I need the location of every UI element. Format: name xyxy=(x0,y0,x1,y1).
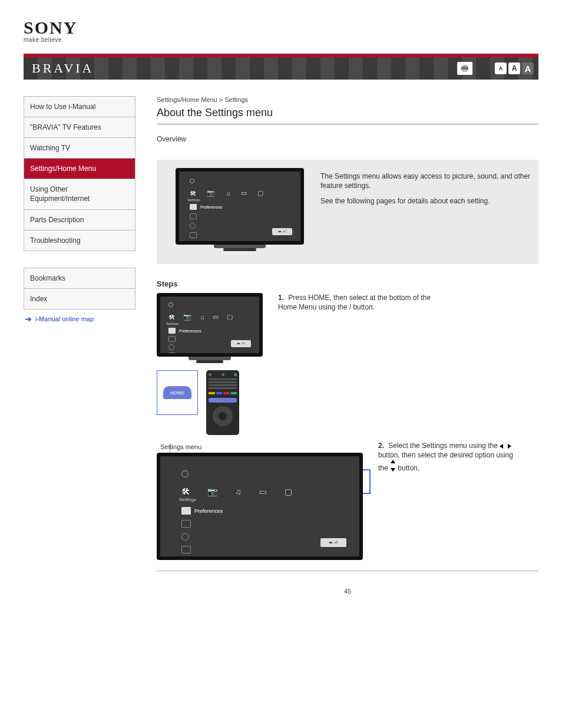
step-1-text: Press HOME, then select at the bottom of… xyxy=(278,294,431,311)
bottom-divider xyxy=(157,571,538,571)
sidebar-nav-secondary: Bookmarks Index xyxy=(24,268,135,309)
sidebar-item-index[interactable]: Index xyxy=(24,289,135,309)
home-button-icon: HOME xyxy=(163,386,191,399)
svg-marker-3 xyxy=(500,444,503,449)
overview-paragraph-2: See the following pages for details abou… xyxy=(320,196,533,206)
svg-marker-4 xyxy=(508,444,511,449)
step-2-text-a: Select the Settings menu using the xyxy=(388,442,500,450)
svg-marker-6 xyxy=(391,468,395,472)
clock-icon xyxy=(190,179,194,183)
arrow-right-icon: ➔ xyxy=(25,314,32,324)
svg-rect-1 xyxy=(462,65,467,67)
sidebar-item-watching-tv[interactable]: Watching TV xyxy=(24,138,135,159)
sidebar-item-bookmarks[interactable]: Bookmarks xyxy=(24,268,135,289)
overview-paragraph-1: The Settings menu allows easy access to … xyxy=(320,172,533,190)
font-size-switcher: A A A xyxy=(495,62,534,74)
step-2-number: 2. xyxy=(378,442,384,450)
sony-logo: SONY xyxy=(24,18,538,38)
sidebar-item-settings-home[interactable]: Settings/Home Menu xyxy=(24,159,135,179)
font-size-small[interactable]: A xyxy=(495,62,507,74)
tv-illustration-small: 🛠 📷 ♫ ▭ ▢ Settings Preferences xyxy=(157,293,263,363)
divider xyxy=(157,124,538,124)
font-size-medium[interactable]: A xyxy=(508,62,520,74)
tv-dpad-hint: ⬌ ⏎ xyxy=(272,228,292,235)
page-title: About the Settings menu xyxy=(157,107,538,119)
tv-illustration: 🛠 📷 ♫ ▭ ▢ Settings Preferences xyxy=(176,168,304,251)
remote-illustration xyxy=(206,370,239,435)
tv-preferences-label: Preferences xyxy=(200,205,223,209)
sidebar-item-parts[interactable]: Parts Description xyxy=(24,210,135,230)
sidebar-item-other-equipment[interactable]: Using Other Equipment/Internet xyxy=(24,179,135,210)
sidebar-item-how-to-use[interactable]: How to Use i-Manual xyxy=(24,97,135,117)
left-right-arrows-icon xyxy=(500,442,511,450)
music-icon: ♫ xyxy=(226,190,230,197)
print-button[interactable] xyxy=(457,62,472,75)
settings-menu-callout-label: Settings menu xyxy=(160,443,363,450)
video-icon: ▭ xyxy=(241,189,247,197)
tv-illustration-large: 🛠 📷 ♫ ▭ ▢ Settings Preferences xyxy=(157,453,363,560)
settings-icon: 🛠 xyxy=(190,190,196,197)
tv-settings-label: Settings xyxy=(187,198,295,202)
bravia-wordmark: BRAVIA xyxy=(32,61,94,76)
imanual-map-link[interactable]: ➔ i-Manual online map xyxy=(24,309,135,324)
tv-small-icon: ▢ xyxy=(257,189,263,197)
step-2-text-c: button. xyxy=(398,464,419,472)
step-1-number: 1. xyxy=(278,294,284,302)
overview-label: Overview xyxy=(157,135,538,143)
imanual-map-label: i-Manual online map xyxy=(35,315,94,322)
page-number: 45 xyxy=(157,588,538,595)
camera-icon: 📷 xyxy=(207,189,215,197)
sidebar-nav: How to Use i-Manual "BRAVIA" TV Features… xyxy=(24,96,135,251)
sidebar-item-features[interactable]: "BRAVIA" TV Features xyxy=(24,117,135,138)
font-size-large[interactable]: A xyxy=(522,62,534,74)
overview-panel: 🛠 📷 ♫ ▭ ▢ Settings Preferences xyxy=(157,160,538,264)
sidebar-item-troubleshooting[interactable]: Troubleshooting xyxy=(24,230,135,251)
svg-marker-5 xyxy=(391,460,395,463)
svg-rect-2 xyxy=(462,70,467,72)
home-button-callout: HOME xyxy=(157,370,198,415)
breadcrumb: Settings/Home Menu > Settings xyxy=(157,96,538,103)
sony-tagline: make.believe xyxy=(24,37,538,43)
brand-logo-block: SONY make.believe xyxy=(24,18,538,43)
steps-label: Steps xyxy=(157,279,538,288)
banner: BRAVIA A A A xyxy=(24,54,538,80)
up-down-arrows-icon xyxy=(390,464,398,472)
